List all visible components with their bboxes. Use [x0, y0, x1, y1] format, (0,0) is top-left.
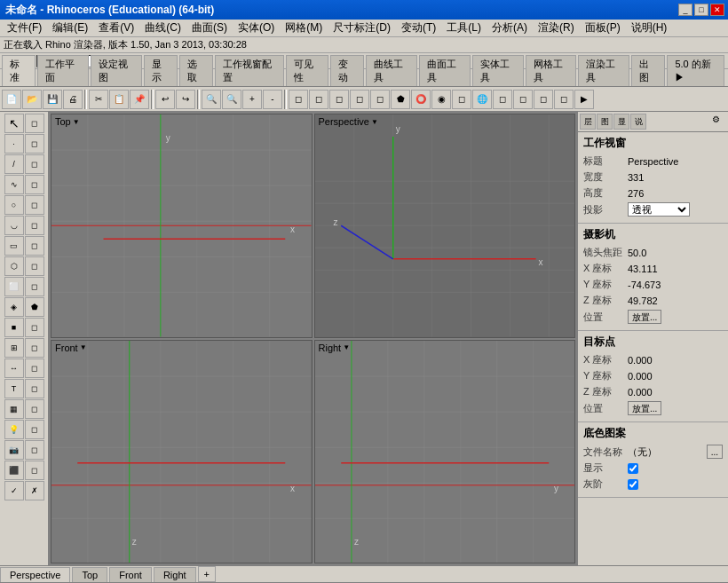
tool-check2[interactable]: ✗ [25, 481, 44, 500]
viewport-front-label[interactable]: Front ▼ [55, 343, 87, 353]
tab-setview[interactable]: 设定视图 [91, 55, 142, 86]
tb-print[interactable]: 🖨 [63, 90, 83, 109]
bottom-tab-perspective[interactable]: Perspective [0, 567, 70, 582]
tb-btn14[interactable]: ◻ [554, 90, 574, 109]
menu-analysis[interactable]: 分析(A) [487, 19, 533, 37]
tab-standard[interactable]: 标准 [2, 55, 36, 86]
viewport-front[interactable]: Front ▼ [51, 340, 313, 564]
tab-display[interactable]: 显示 [144, 55, 178, 86]
tab-solid-tools[interactable]: 实体工具 [472, 55, 524, 86]
tool-hatch1[interactable]: ▦ [4, 399, 24, 419]
tool-solid2[interactable]: ◻ [25, 318, 44, 337]
menu-help[interactable]: 说明(H) [626, 19, 673, 37]
tb-btn4[interactable]: ◻ [350, 90, 369, 109]
tab-transform[interactable]: 变动 [330, 55, 364, 86]
tb-paste[interactable]: 📌 [130, 90, 149, 109]
menu-dim[interactable]: 尺寸标注(D) [328, 19, 396, 37]
tb-cut[interactable]: ✂ [89, 90, 108, 109]
check-grayscale[interactable] [628, 479, 638, 490]
btn-browse[interactable]: ... [707, 445, 723, 459]
tool-mesh1[interactable]: ⊞ [4, 338, 24, 358]
tool-curve2[interactable]: ◻ [25, 175, 44, 194]
tool-extra2[interactable]: ◻ [25, 461, 44, 480]
tool-point[interactable]: · [4, 134, 24, 154]
bottom-tab-front[interactable]: Front [109, 567, 152, 582]
tool-rect2[interactable]: ◻ [25, 236, 44, 256]
tb-open[interactable]: 📂 [22, 90, 42, 109]
tb-redo[interactable]: ↪ [176, 90, 195, 109]
tool-mesh2[interactable]: ◻ [25, 338, 44, 358]
tool-camera1[interactable]: 📷 [4, 440, 24, 460]
tool-light2[interactable]: ◻ [25, 420, 44, 439]
menu-panel[interactable]: 面板(P) [580, 19, 626, 37]
tool-line[interactable]: / [4, 154, 24, 174]
tb-copy[interactable]: 📋 [109, 90, 129, 109]
tb-btn7[interactable]: ⭕ [411, 90, 431, 109]
tab-select[interactable]: 选取 [179, 55, 213, 86]
tab-workplane[interactable]: 工作平面 [37, 55, 89, 86]
tab-viewport-layout[interactable]: 工作视窗配置 [215, 55, 284, 86]
tool-arc2[interactable]: ◻ [25, 216, 44, 235]
tb-btn11[interactable]: ◻ [493, 90, 512, 109]
menu-curve[interactable]: 曲线(C) [139, 19, 186, 37]
tb-btn8[interactable]: ◉ [431, 90, 451, 109]
menu-view[interactable]: 查看(V) [93, 19, 139, 37]
tool-text1[interactable]: T [4, 379, 24, 398]
tool-solid1[interactable]: ■ [4, 318, 24, 337]
tool-3d1[interactable]: ◈ [4, 297, 24, 317]
tool-extra1[interactable]: ⬛ [4, 461, 24, 480]
tool-camera2[interactable]: ◻ [25, 440, 44, 460]
tool-arc[interactable]: ◡ [4, 216, 24, 235]
menu-tools[interactable]: 工具(L) [441, 19, 487, 37]
minimize-button[interactable]: _ [678, 4, 692, 16]
tab-mesh-tools[interactable]: 网格工具 [526, 55, 577, 86]
menu-file[interactable]: 文件(F) [2, 19, 47, 37]
menu-render[interactable]: 渲染(R) [533, 19, 580, 37]
tool-dim1[interactable]: ↔ [4, 358, 24, 378]
tool-surface[interactable]: ⬜ [4, 277, 24, 296]
rp-tab-notes[interactable]: 说 [630, 114, 646, 130]
tb-zoom-in[interactable]: + [242, 90, 262, 109]
menu-surface[interactable]: 曲面(S) [186, 19, 233, 37]
tool-surface2[interactable]: ◻ [25, 277, 44, 296]
tool-line2[interactable]: ◻ [25, 154, 44, 174]
close-button[interactable]: ✕ [710, 4, 724, 16]
gear-icon[interactable]: ⚙ [712, 114, 726, 129]
tb-btn9[interactable]: ◻ [452, 90, 471, 109]
tab-curve-tools[interactable]: 曲线工具 [366, 55, 417, 86]
tab-surface-tools[interactable]: 曲面工具 [419, 55, 471, 86]
tb-btn6[interactable]: ⬟ [391, 90, 410, 109]
rp-tab-layers[interactable]: 层 [580, 114, 596, 130]
viewport-perspective-label[interactable]: Perspective ▼ [319, 116, 378, 127]
menu-mesh[interactable]: 网格(M) [280, 19, 328, 37]
tb-zoom-out[interactable]: - [263, 90, 282, 109]
btn-tgt-place[interactable]: 放置... [628, 401, 661, 415]
tb-btn10[interactable]: 🌐 [472, 90, 492, 109]
tb-btn2[interactable]: ◻ [309, 90, 328, 109]
viewport-perspective[interactable]: Perspective ▼ [314, 114, 576, 338]
viewport-right-dropdown-icon[interactable]: ▼ [343, 343, 350, 351]
tool-circle[interactable]: ○ [4, 195, 24, 215]
tb-btn15[interactable]: ▶ [574, 90, 594, 109]
tool-poly[interactable]: ⬡ [4, 256, 24, 276]
tool-circle2[interactable]: ◻ [25, 195, 44, 215]
tool-dim2[interactable]: ◻ [25, 358, 44, 378]
tb-btn3[interactable]: ◻ [329, 90, 349, 109]
viewport-dropdown-icon[interactable]: ▼ [73, 118, 80, 126]
menu-solid[interactable]: 实体(O) [233, 19, 280, 37]
tab-print[interactable]: 出图 [631, 55, 665, 86]
tab-new50[interactable]: 5.0 的新▶ [667, 55, 724, 86]
tab-visibility[interactable]: 可见性 [286, 55, 328, 86]
viewport-top[interactable]: Top ▼ [51, 114, 313, 338]
rp-tab-display[interactable]: 图 [597, 114, 613, 130]
tool-check1[interactable]: ✓ [4, 481, 24, 500]
viewport-top-label[interactable]: Top ▼ [55, 116, 80, 127]
tool-rect[interactable]: ▭ [4, 236, 24, 256]
tb-zoom-extents[interactable]: 🔍 [202, 90, 221, 109]
bottom-tab-top[interactable]: Top [72, 567, 107, 582]
rp-tab-show[interactable]: 显 [613, 114, 629, 130]
tool-select[interactable]: ↖ [4, 114, 24, 133]
tb-btn12[interactable]: ◻ [513, 90, 533, 109]
tool-curve[interactable]: ∿ [4, 175, 24, 194]
tb-btn5[interactable]: ◻ [370, 90, 390, 109]
